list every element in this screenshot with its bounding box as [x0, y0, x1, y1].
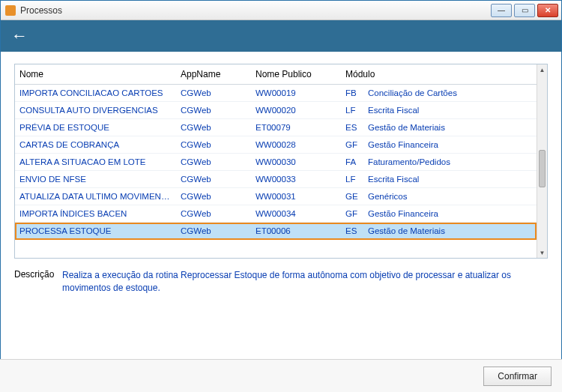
- scroll-track[interactable]: [537, 75, 547, 247]
- description-text: Realiza a execução da rotina Reprocessar…: [62, 269, 548, 295]
- maximize-button[interactable]: ▭: [514, 4, 535, 17]
- col-header-modulo[interactable]: Módulo: [341, 64, 537, 85]
- table-row[interactable]: IMPORTA ÍNDICES BACENCGWebWW00034GFGestã…: [15, 205, 537, 223]
- table-row[interactable]: IMPORTA CONCILIACAO CARTOESCGWebWW00019F…: [15, 85, 537, 102]
- cell-nome-publico: WW00019: [251, 85, 341, 102]
- table-row[interactable]: PRÉVIA DE ESTOQUECGWebET00079ESGestão de…: [15, 119, 537, 136]
- cell-appname: CGWeb: [176, 171, 251, 188]
- cell-nome: IMPORTA ÍNDICES BACEN: [15, 205, 176, 223]
- col-header-nome-publico[interactable]: Nome Publico: [251, 64, 341, 85]
- col-header-appname[interactable]: AppName: [176, 64, 251, 85]
- cell-appname: CGWeb: [176, 102, 251, 119]
- cell-appname: CGWeb: [176, 205, 251, 223]
- cell-nome: ENVIO DE NFSE: [15, 171, 176, 188]
- cell-nome-publico: WW00031: [251, 188, 341, 205]
- app-icon: [5, 5, 16, 16]
- cell-modulo-name: Escrita Fiscal: [363, 102, 537, 119]
- cell-nome: IMPORTA CONCILIACAO CARTOES: [15, 85, 176, 102]
- cell-nome: PRÉVIA DE ESTOQUE: [15, 119, 176, 136]
- cell-appname: CGWeb: [176, 136, 251, 154]
- minimize-button[interactable]: —: [491, 4, 512, 17]
- cell-modulo-code: FB: [341, 85, 363, 102]
- cell-nome-publico: WW00030: [251, 154, 341, 171]
- cell-modulo-name: Conciliação de Cartões: [363, 85, 537, 102]
- process-grid: Nome AppName Nome Publico Módulo IMPORTA…: [14, 64, 548, 259]
- table-row[interactable]: ATUALIZA DATA ULTIMO MOVIMENTOCGWebWW000…: [15, 188, 537, 205]
- col-header-nome[interactable]: Nome: [15, 64, 176, 85]
- table-row[interactable]: PROCESSA ESTOQUECGWebET00006ESGestão de …: [15, 223, 537, 240]
- cell-nome: CONSULTA AUTO DIVERGENCIAS: [15, 102, 176, 119]
- table-row[interactable]: CONSULTA AUTO DIVERGENCIASCGWebWW00020LF…: [15, 102, 537, 119]
- cell-modulo-name: Gestão de Materiais: [363, 119, 537, 136]
- cell-modulo-code: FA: [341, 154, 363, 171]
- back-arrow-icon[interactable]: ←: [11, 26, 28, 46]
- cell-appname: CGWeb: [176, 119, 251, 136]
- scroll-up-icon[interactable]: ▲: [537, 64, 547, 75]
- cell-modulo-name: Faturamento/Pedidos: [363, 154, 537, 171]
- cell-modulo-name: Gestão Financeira: [363, 205, 537, 223]
- cell-modulo-name: Genéricos: [363, 188, 537, 205]
- cell-nome-publico: WW00034: [251, 205, 341, 223]
- cell-modulo-code: GF: [341, 205, 363, 223]
- cell-appname: CGWeb: [176, 188, 251, 205]
- cell-modulo-name: Escrita Fiscal: [363, 171, 537, 188]
- scroll-down-icon[interactable]: ▼: [537, 247, 547, 258]
- cell-nome-publico: ET00079: [251, 119, 341, 136]
- description-row: Descrição Realiza a execução da rotina R…: [14, 269, 548, 295]
- cell-nome-publico: ET00006: [251, 223, 341, 240]
- header-bar: ←: [1, 20, 561, 52]
- grid-header-row: Nome AppName Nome Publico Módulo: [15, 64, 537, 85]
- window-title: Processos: [20, 5, 491, 16]
- cell-modulo-code: LF: [341, 102, 363, 119]
- cell-modulo-name: Gestão de Materiais: [363, 223, 537, 240]
- cell-appname: CGWeb: [176, 223, 251, 240]
- cell-modulo-code: ES: [341, 119, 363, 136]
- cell-modulo-code: GE: [341, 188, 363, 205]
- cell-nome: ATUALIZA DATA ULTIMO MOVIMENTO: [15, 188, 176, 205]
- cell-nome: CARTAS DE COBRANÇA: [15, 136, 176, 154]
- cell-nome-publico: WW00020: [251, 102, 341, 119]
- cell-modulo-code: GF: [341, 136, 363, 154]
- cell-appname: CGWeb: [176, 154, 251, 171]
- grid-scrollbar[interactable]: ▲ ▼: [537, 64, 547, 258]
- cell-nome-publico: WW00028: [251, 136, 341, 154]
- scroll-thumb[interactable]: [539, 150, 546, 187]
- table-row[interactable]: CARTAS DE COBRANÇACGWebWW00028GFGestão F…: [15, 136, 537, 154]
- table-row[interactable]: ENVIO DE NFSECGWebWW00033LFEscrita Fisca…: [15, 171, 537, 188]
- cell-appname: CGWeb: [176, 85, 251, 102]
- cell-modulo-code: LF: [341, 171, 363, 188]
- table-row[interactable]: ALTERA A SITUACAO EM LOTECGWebWW00030FAF…: [15, 154, 537, 171]
- close-button[interactable]: ✕: [537, 4, 558, 17]
- window-titlebar: Processos — ▭ ✕: [1, 1, 561, 20]
- confirm-button[interactable]: Confirmar: [483, 367, 552, 386]
- cell-modulo-code: ES: [341, 223, 363, 240]
- cell-modulo-name: Gestão Financeira: [363, 136, 537, 154]
- footer-bar: Confirmar: [0, 359, 562, 392]
- description-label: Descrição: [14, 269, 62, 295]
- cell-nome: ALTERA A SITUACAO EM LOTE: [15, 154, 176, 171]
- cell-nome: PROCESSA ESTOQUE: [15, 223, 176, 240]
- cell-nome-publico: WW00033: [251, 171, 341, 188]
